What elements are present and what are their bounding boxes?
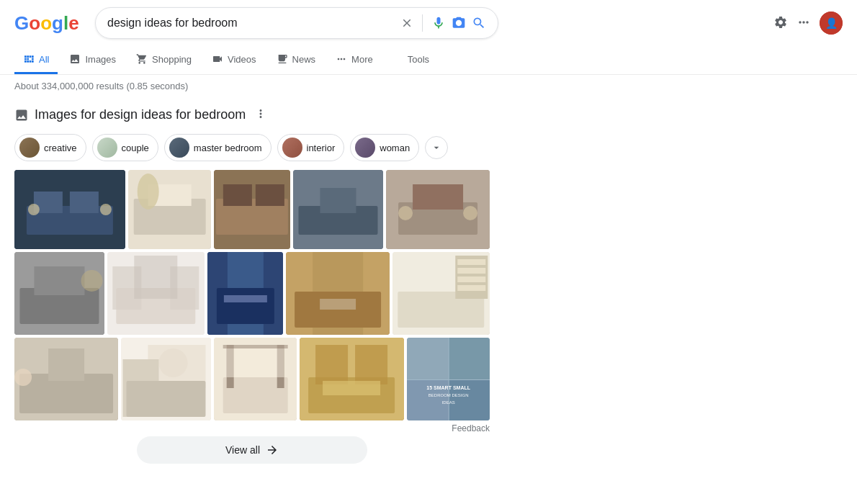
arrow-right-icon: [266, 444, 279, 456]
svg-point-8: [100, 204, 112, 215]
voice-search-button[interactable]: [431, 16, 446, 30]
svg-rect-48: [458, 268, 486, 274]
image-3[interactable]: [214, 170, 290, 249]
svg-rect-23: [413, 184, 463, 210]
svg-text:👤: 👤: [825, 17, 838, 30]
image-12[interactable]: [121, 338, 211, 420]
images-section: Images for design ideas for bedroom crea…: [0, 97, 547, 478]
image-15[interactable]: 15 SMART SMALL BEDROOM DESIGN IDEAS: [407, 338, 490, 420]
settings-button[interactable]: [773, 15, 788, 32]
feedback-text[interactable]: Feedback: [14, 423, 490, 433]
chip-master-bedroom[interactable]: master bedroom: [164, 134, 272, 161]
svg-rect-39: [223, 295, 266, 302]
svg-point-12: [137, 174, 158, 210]
image-14[interactable]: [300, 338, 403, 420]
image-7[interactable]: [107, 252, 205, 335]
image-6[interactable]: [14, 252, 104, 335]
header-right: 👤: [773, 12, 843, 35]
tab-news-label: News: [292, 54, 316, 65]
view-all-label: View all: [225, 444, 260, 456]
view-all-container: View all: [14, 436, 490, 464]
apps-button[interactable]: [797, 15, 811, 32]
chip-creative-label: creative: [44, 143, 77, 153]
tab-shopping[interactable]: Shopping: [127, 46, 200, 74]
svg-text:IDEAS: IDEAS: [441, 400, 454, 405]
tab-all[interactable]: All: [14, 46, 58, 74]
tab-images[interactable]: Images: [60, 46, 125, 74]
results-info: About 334,000,000 results (0.85 seconds): [0, 75, 857, 97]
chip-woman-img: [355, 138, 375, 158]
image-1[interactable]: [14, 170, 125, 249]
svg-rect-65: [227, 348, 284, 377]
svg-rect-64: [223, 345, 288, 348]
image-section-icon: [14, 108, 29, 122]
tab-shopping-label: Shopping: [152, 54, 192, 65]
svg-point-54: [14, 369, 32, 386]
svg-rect-47: [458, 259, 486, 265]
chip-creative-img: [19, 138, 40, 158]
tab-images-label: Images: [85, 54, 116, 65]
svg-rect-15: [223, 184, 252, 206]
chip-woman-label: woman: [380, 143, 410, 153]
svg-text:Google: Google: [14, 12, 79, 34]
chip-interior[interactable]: interior: [277, 134, 345, 161]
svg-rect-72: [407, 338, 449, 379]
image-10[interactable]: [392, 252, 490, 335]
image-5[interactable]: [386, 170, 490, 249]
chip-couple-img: [97, 138, 117, 158]
filter-chips: creative couple master bedroom interior …: [14, 134, 533, 161]
svg-rect-43: [320, 299, 356, 310]
chip-expand-button[interactable]: [425, 136, 448, 159]
chip-creative[interactable]: creative: [14, 134, 86, 161]
chip-couple[interactable]: couple: [92, 134, 158, 161]
image-row-1: [14, 170, 490, 249]
svg-rect-49: [458, 276, 486, 282]
image-4[interactable]: [293, 170, 383, 249]
clear-search-button[interactable]: [400, 17, 413, 30]
svg-rect-50: [458, 285, 486, 291]
svg-text:BEDROOM DESIGN: BEDROOM DESIGN: [428, 393, 468, 397]
images-more-options-button[interactable]: [251, 104, 270, 125]
svg-rect-20: [320, 188, 356, 213]
tab-videos-label: Videos: [228, 54, 256, 65]
header: Google design ideas for bedroom: [0, 0, 857, 46]
view-all-button[interactable]: View all: [137, 436, 367, 464]
svg-rect-73: [449, 338, 490, 379]
svg-rect-38: [216, 288, 274, 324]
google-logo[interactable]: Google: [14, 12, 81, 34]
tools-button[interactable]: Tools: [399, 47, 438, 74]
user-avatar[interactable]: 👤: [820, 12, 843, 35]
svg-rect-69: [356, 345, 388, 384]
chip-interior-img: [282, 138, 302, 158]
chip-woman[interactable]: woman: [350, 134, 419, 161]
tab-videos[interactable]: Videos: [203, 46, 265, 74]
svg-point-24: [398, 206, 413, 220]
tab-news[interactable]: News: [268, 46, 325, 74]
divider: [422, 14, 423, 32]
images-section-title: Images for design ideas for bedroom: [35, 107, 246, 122]
image-13[interactable]: [214, 338, 297, 420]
image-11[interactable]: [14, 338, 118, 420]
images-section-header: Images for design ideas for bedroom: [14, 104, 533, 125]
image-8[interactable]: [207, 252, 284, 335]
svg-rect-58: [127, 381, 206, 417]
chip-couple-label: couple: [122, 143, 149, 153]
lens-button[interactable]: [452, 16, 466, 30]
image-2[interactable]: [128, 170, 211, 249]
tab-more-label: More: [351, 54, 373, 65]
search-bar-container: design ideas for bedroom: [95, 7, 498, 39]
tab-all-label: All: [39, 54, 49, 65]
svg-rect-70: [323, 381, 381, 395]
svg-point-25: [463, 206, 477, 220]
svg-text:15 SMART SMALL: 15 SMART SMALL: [426, 385, 470, 390]
svg-rect-6: [70, 192, 99, 213]
tab-more[interactable]: More: [327, 46, 382, 74]
chip-interior-label: interior: [307, 143, 336, 153]
chip-master-bedroom-img: [169, 138, 189, 158]
search-button[interactable]: [472, 16, 486, 30]
search-input[interactable]: design ideas for bedroom: [107, 17, 395, 30]
svg-rect-53: [48, 348, 84, 381]
image-9[interactable]: [286, 252, 390, 335]
svg-point-59: [159, 348, 188, 377]
search-bar: design ideas for bedroom: [95, 7, 498, 39]
